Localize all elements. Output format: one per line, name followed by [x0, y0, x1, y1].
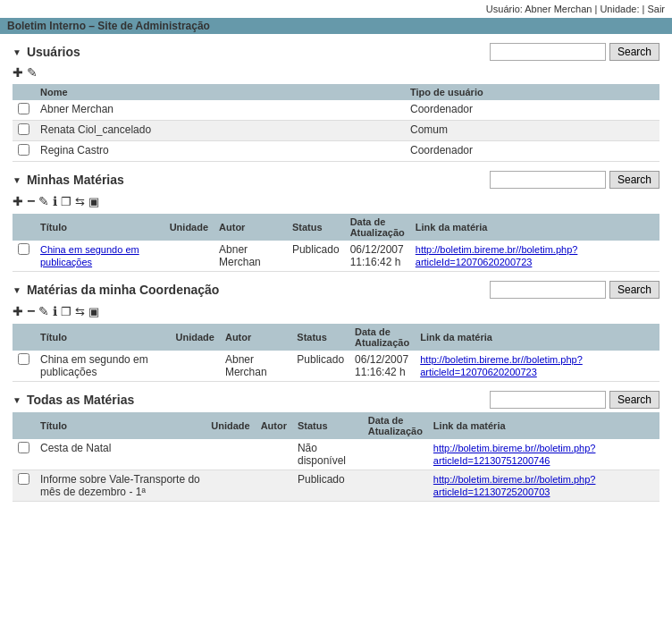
mc-edit-icon[interactable] [38, 305, 49, 317]
table-row: Renata Ciol_cancelado Comum [13, 121, 659, 141]
tm-data-1 [363, 439, 428, 470]
mc-move-icon[interactable] [75, 305, 85, 317]
tm-link-1[interactable]: http://boletim.bireme.br//boletim.php?ar… [433, 443, 596, 466]
minhas-materias-table: Título Unidade Autor Status Data deAtual… [13, 214, 659, 272]
mc-col-titulo: Título [35, 324, 171, 351]
minhas-materias-remove-icon[interactable] [27, 194, 35, 208]
usuario-nome-2: Renata Ciol_cancelado [35, 121, 405, 141]
minhas-materias-info-icon[interactable] [53, 195, 57, 207]
tm-check-1[interactable] [18, 442, 29, 453]
minhas-materias-copy-icon[interactable] [61, 195, 71, 207]
mm-col-titulo: Título [35, 214, 164, 241]
tm-autor-2 [256, 470, 292, 502]
minhas-materias-edit-icon[interactable] [38, 195, 49, 207]
mm-col-check [13, 214, 35, 241]
table-row: China em segundo em publicações Abner Me… [13, 351, 659, 382]
materias-coordenacao-search-input[interactable] [490, 281, 606, 299]
tm-titulo-1: Cesta de Natal [35, 439, 206, 470]
usuarios-search-input[interactable] [490, 43, 606, 61]
header-bar: Boletim Interno – Site de Administração [0, 18, 672, 34]
minhas-materias-toolbar [13, 192, 659, 210]
minhas-materias-search-button[interactable]: Search [609, 171, 659, 189]
minhas-materias-search-input[interactable] [490, 171, 606, 189]
materias-coordenacao-header: ▼ Matérias da minha Coordenação Search [13, 281, 659, 299]
usuarios-collapse-arrow[interactable]: ▼ [13, 47, 21, 57]
mc-autor-1: Abner Merchan [220, 351, 291, 382]
mm-col-link: Link da matéria [410, 214, 659, 241]
usuario-nome-1: Abner Merchan [35, 100, 405, 121]
materias-coordenacao-search-button[interactable]: Search [609, 281, 659, 299]
minhas-materias-section: ▼ Minhas Matérias Search Título Unidade … [13, 171, 659, 272]
table-row: Informe sobre Vale-Transporte do mês de … [13, 470, 659, 502]
materias-coordenacao-table: Título Unidade Autor Status Data deAtual… [13, 324, 659, 382]
usuario-check-2[interactable] [18, 123, 29, 135]
todas-materias-search-input[interactable] [490, 391, 606, 409]
minhas-materias-move-icon[interactable] [75, 195, 85, 207]
minhas-materias-frame-icon[interactable] [88, 195, 99, 207]
mc-unidade-1 [171, 351, 220, 382]
mc-col-check [13, 324, 35, 351]
usuario-tipo-1: Coordenador [405, 100, 659, 121]
usuario-check-1[interactable] [18, 103, 29, 114]
minhas-materias-add-icon[interactable] [13, 195, 23, 207]
mc-add-icon[interactable] [13, 305, 23, 317]
minhas-materias-title: Minhas Matérias [27, 173, 124, 187]
todas-materias-collapse-arrow[interactable]: ▼ [13, 395, 21, 405]
todas-materias-search-button[interactable]: Search [609, 391, 659, 409]
todas-materias-section: ▼ Todas as Matérias Search Título Unidad… [13, 391, 659, 502]
minhas-materias-collapse-arrow[interactable]: ▼ [13, 175, 21, 185]
tm-check-2[interactable] [18, 473, 29, 485]
mm-autor-1: Abner Merchan [214, 241, 287, 272]
mm-col-data: Data deAtualização [345, 214, 410, 241]
tm-col-autor: Autor [256, 412, 292, 439]
mc-col-unidade: Unidade [171, 324, 220, 351]
mc-col-data: Data deAtualização [349, 324, 415, 351]
user-info: Usuário: Abner Merchan | Unidade: | Sair [486, 4, 665, 14]
tm-link-2[interactable]: http://boletim.bireme.br//boletim.php?ar… [433, 474, 596, 497]
mc-status-1: Publicado [291, 351, 349, 382]
mc-frame-icon[interactable] [88, 305, 99, 317]
mm-data-1: 06/12/200711:16:42 h [345, 241, 410, 272]
usuarios-add-icon[interactable] [13, 66, 23, 79]
mc-col-link: Link da matéria [415, 324, 659, 351]
mc-copy-icon[interactable] [61, 305, 71, 317]
mm-titulo-1[interactable]: China em segundo em publicações [40, 244, 139, 267]
tm-col-data: Data deAtualização [363, 412, 428, 439]
mm-check-1[interactable] [18, 243, 29, 255]
tm-col-check [13, 412, 35, 439]
table-row: China em segundo em publicações Abner Me… [13, 241, 659, 272]
mc-titulo-1: China em segundo em publicações [35, 351, 171, 382]
usuarios-edit-icon[interactable] [27, 66, 38, 79]
todas-materias-table: Título Unidade Autor Status Data deAtual… [13, 412, 659, 502]
tm-titulo-2: Informe sobre Vale-Transporte do mês de … [35, 470, 206, 502]
mm-col-status: Status [287, 214, 345, 241]
usuarios-table: Nome Tipo de usuário Abner Merchan Coord… [13, 84, 659, 162]
materias-coordenacao-section: ▼ Matérias da minha Coordenação Search T… [13, 281, 659, 382]
usuario-tipo-2: Comum [405, 121, 659, 141]
materias-coordenacao-collapse-arrow[interactable]: ▼ [13, 285, 21, 295]
tm-status-1: Não disponível [292, 439, 363, 470]
materias-coordenacao-search-box: Search [490, 281, 659, 299]
mm-link-1[interactable]: http://boletim.bireme.br//boletim.php?ar… [416, 244, 578, 267]
mc-remove-icon[interactable] [27, 304, 35, 318]
todas-materias-search-box: Search [490, 391, 659, 409]
usuario-tipo-3: Coordenador [405, 141, 659, 162]
mm-col-unidade: Unidade [164, 214, 214, 241]
mc-check-1[interactable] [18, 353, 29, 365]
top-bar: Usuário: Abner Merchan | Unidade: | Sair [0, 0, 672, 18]
mm-unidade-1 [164, 241, 214, 272]
tm-col-unidade: Unidade [206, 412, 255, 439]
tm-col-status: Status [292, 412, 363, 439]
usuarios-title: Usuários [27, 45, 80, 59]
usuarios-search-button[interactable]: Search [609, 43, 659, 61]
usuarios-section: ▼ Usuários Search Nome Tipo de usuário A… [13, 43, 659, 162]
mc-info-icon[interactable] [53, 305, 57, 317]
tm-col-link: Link da matéria [428, 412, 659, 439]
mc-link-1[interactable]: http://boletim.bireme.br//boletim.php?ar… [420, 354, 583, 377]
mm-status-1: Publicado [287, 241, 345, 272]
usuarios-col-nome: Nome [35, 84, 405, 100]
usuarios-col-tipo: Tipo de usuário [405, 84, 659, 100]
todas-materias-header: ▼ Todas as Matérias Search [13, 391, 659, 409]
usuario-check-3[interactable] [18, 144, 29, 156]
tm-autor-1 [256, 439, 292, 470]
